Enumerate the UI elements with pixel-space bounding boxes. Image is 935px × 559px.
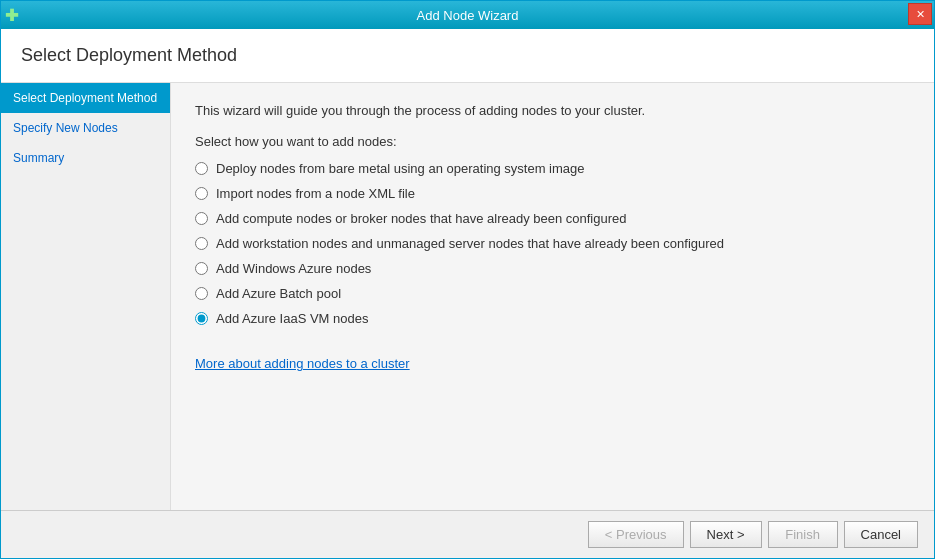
radio-item-1[interactable]: Deploy nodes from bare metal using an op… <box>195 161 910 176</box>
radio-label-6: Add Azure Batch pool <box>216 286 341 301</box>
radio-label-2: Import nodes from a node XML file <box>216 186 415 201</box>
radio-label-7: Add Azure IaaS VM nodes <box>216 311 368 326</box>
finish-button[interactable]: Finish <box>768 521 838 548</box>
radio-label-3: Add compute nodes or broker nodes that h… <box>216 211 627 226</box>
content-area: Select Deployment Method Specify New Nod… <box>1 83 934 510</box>
sidebar-item-specify-nodes[interactable]: Specify New Nodes <box>1 113 170 143</box>
window-title: Add Node Wizard <box>417 8 519 23</box>
radio-input-7[interactable] <box>195 312 208 325</box>
radio-item-4[interactable]: Add workstation nodes and unmanaged serv… <box>195 236 910 251</box>
close-button[interactable]: ✕ <box>908 3 932 25</box>
wizard-window: ✚ Add Node Wizard ✕ Select Deployment Me… <box>0 0 935 559</box>
radio-input-4[interactable] <box>195 237 208 250</box>
main-content: This wizard will guide you through the p… <box>171 83 934 510</box>
title-bar: ✚ Add Node Wizard ✕ <box>1 1 934 29</box>
radio-label-5: Add Windows Azure nodes <box>216 261 371 276</box>
radio-item-2[interactable]: Import nodes from a node XML file <box>195 186 910 201</box>
radio-input-2[interactable] <box>195 187 208 200</box>
radio-item-3[interactable]: Add compute nodes or broker nodes that h… <box>195 211 910 226</box>
previous-button[interactable]: < Previous <box>588 521 684 548</box>
plus-icon: ✚ <box>5 6 18 25</box>
page-header: Select Deployment Method <box>1 29 934 83</box>
title-bar-controls: ✕ <box>908 3 932 25</box>
radio-input-1[interactable] <box>195 162 208 175</box>
radio-label-4: Add workstation nodes and unmanaged serv… <box>216 236 724 251</box>
radio-input-6[interactable] <box>195 287 208 300</box>
radio-input-5[interactable] <box>195 262 208 275</box>
footer: < Previous Next > Finish Cancel <box>1 510 934 558</box>
radio-item-6[interactable]: Add Azure Batch pool <box>195 286 910 301</box>
select-label: Select how you want to add nodes: <box>195 134 910 149</box>
sidebar-item-select-deployment[interactable]: Select Deployment Method <box>1 83 170 113</box>
radio-item-7[interactable]: Add Azure IaaS VM nodes <box>195 311 910 326</box>
sidebar: Select Deployment Method Specify New Nod… <box>1 83 171 510</box>
page-title: Select Deployment Method <box>21 45 237 65</box>
more-link[interactable]: More about adding nodes to a cluster <box>195 356 910 371</box>
radio-input-3[interactable] <box>195 212 208 225</box>
radio-item-5[interactable]: Add Windows Azure nodes <box>195 261 910 276</box>
sidebar-item-summary[interactable]: Summary <box>1 143 170 173</box>
next-button[interactable]: Next > <box>690 521 762 548</box>
radio-label-1: Deploy nodes from bare metal using an op… <box>216 161 585 176</box>
cancel-button[interactable]: Cancel <box>844 521 918 548</box>
radio-group: Deploy nodes from bare metal using an op… <box>195 161 910 326</box>
intro-text: This wizard will guide you through the p… <box>195 103 910 118</box>
